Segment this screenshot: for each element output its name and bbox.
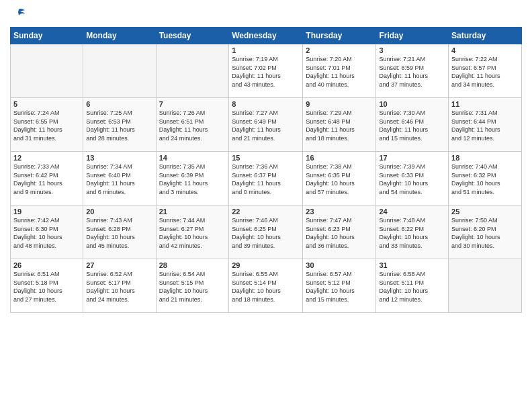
day-number: 7 (159, 100, 226, 108)
calendar-cell: 9Sunrise: 7:29 AM Sunset: 6:48 PM Daylig… (303, 98, 376, 152)
day-info: Sunrise: 7:24 AM Sunset: 6:55 PM Dayligh… (13, 109, 80, 142)
day-info: Sunrise: 7:29 AM Sunset: 6:48 PM Dayligh… (306, 109, 373, 142)
calendar-cell (11, 44, 83, 98)
day-number: 3 (379, 46, 445, 54)
day-info: Sunrise: 7:21 AM Sunset: 6:59 PM Dayligh… (379, 55, 445, 89)
day-number: 14 (159, 154, 226, 162)
day-info: Sunrise: 7:27 AM Sunset: 6:49 PM Dayligh… (232, 109, 300, 142)
day-info: Sunrise: 7:42 AM Sunset: 6:30 PM Dayligh… (13, 216, 80, 250)
weekday-header: Saturday (449, 28, 522, 44)
calendar-cell: 6Sunrise: 7:25 AM Sunset: 6:53 PM Daylig… (83, 98, 156, 152)
day-number: 4 (451, 46, 519, 54)
calendar-cell: 23Sunrise: 7:47 AM Sunset: 6:23 PM Dayli… (303, 205, 376, 259)
day-number: 9 (306, 100, 373, 108)
day-info: Sunrise: 7:38 AM Sunset: 6:35 PM Dayligh… (306, 163, 373, 196)
day-number: 31 (379, 261, 445, 269)
day-number: 21 (159, 208, 226, 216)
calendar-week-row: 5Sunrise: 7:24 AM Sunset: 6:55 PM Daylig… (11, 98, 522, 152)
day-number: 16 (306, 154, 373, 162)
calendar-cell: 10Sunrise: 7:30 AM Sunset: 6:46 PM Dayli… (376, 98, 449, 152)
day-number: 2 (306, 46, 373, 54)
day-number: 25 (451, 208, 519, 216)
day-info: Sunrise: 7:26 AM Sunset: 6:51 PM Dayligh… (159, 109, 226, 142)
day-number: 6 (86, 100, 152, 108)
day-info: Sunrise: 7:47 AM Sunset: 6:23 PM Dayligh… (306, 216, 373, 250)
day-info: Sunrise: 6:55 AM Sunset: 5:14 PM Dayligh… (232, 270, 300, 304)
day-number: 1 (232, 46, 300, 54)
calendar-cell: 18Sunrise: 7:40 AM Sunset: 6:32 PM Dayli… (449, 152, 522, 205)
day-number: 20 (86, 208, 152, 216)
calendar-cell: 25Sunrise: 7:50 AM Sunset: 6:20 PM Dayli… (449, 205, 522, 259)
weekday-header: Wednesday (229, 28, 303, 44)
calendar-cell: 17Sunrise: 7:39 AM Sunset: 6:33 PM Dayli… (376, 152, 449, 205)
calendar-cell: 24Sunrise: 7:48 AM Sunset: 6:22 PM Dayli… (376, 205, 449, 259)
calendar-cell: 28Sunrise: 6:54 AM Sunset: 5:15 PM Dayli… (156, 259, 229, 313)
day-number: 15 (232, 154, 300, 162)
calendar-week-row: 12Sunrise: 7:33 AM Sunset: 6:42 PM Dayli… (11, 152, 522, 205)
weekday-header: Monday (83, 28, 156, 44)
calendar-header-row: SundayMondayTuesdayWednesdayThursdayFrid… (11, 28, 522, 44)
day-info: Sunrise: 7:48 AM Sunset: 6:22 PM Dayligh… (379, 216, 445, 250)
day-number: 12 (13, 154, 80, 162)
day-info: Sunrise: 6:58 AM Sunset: 5:11 PM Dayligh… (379, 270, 445, 304)
day-info: Sunrise: 7:46 AM Sunset: 6:25 PM Dayligh… (232, 216, 300, 250)
day-info: Sunrise: 6:54 AM Sunset: 5:15 PM Dayligh… (159, 270, 226, 304)
calendar-cell: 31Sunrise: 6:58 AM Sunset: 5:11 PM Dayli… (376, 259, 449, 313)
day-info: Sunrise: 7:40 AM Sunset: 6:32 PM Dayligh… (451, 163, 519, 196)
calendar-cell: 22Sunrise: 7:46 AM Sunset: 6:25 PM Dayli… (229, 205, 303, 259)
calendar-cell: 21Sunrise: 7:44 AM Sunset: 6:27 PM Dayli… (156, 205, 229, 259)
day-info: Sunrise: 7:22 AM Sunset: 6:57 PM Dayligh… (451, 55, 519, 89)
weekday-header: Thursday (303, 28, 376, 44)
day-info: Sunrise: 7:34 AM Sunset: 6:40 PM Dayligh… (86, 163, 152, 196)
calendar-cell: 2Sunrise: 7:20 AM Sunset: 7:01 PM Daylig… (303, 44, 376, 98)
day-info: Sunrise: 7:20 AM Sunset: 7:01 PM Dayligh… (306, 55, 373, 89)
day-number: 19 (13, 208, 80, 216)
calendar-cell: 29Sunrise: 6:55 AM Sunset: 5:14 PM Dayli… (229, 259, 303, 313)
day-number: 27 (86, 261, 152, 269)
day-number: 8 (232, 100, 300, 108)
day-number: 13 (86, 154, 152, 162)
calendar-cell: 12Sunrise: 7:33 AM Sunset: 6:42 PM Dayli… (11, 152, 83, 205)
logo (10, 7, 26, 21)
day-info: Sunrise: 6:57 AM Sunset: 5:12 PM Dayligh… (306, 270, 373, 304)
calendar-week-row: 19Sunrise: 7:42 AM Sunset: 6:30 PM Dayli… (11, 205, 522, 259)
weekday-header: Tuesday (156, 28, 229, 44)
day-info: Sunrise: 7:31 AM Sunset: 6:44 PM Dayligh… (451, 109, 519, 142)
calendar-cell: 27Sunrise: 6:52 AM Sunset: 5:17 PM Dayli… (83, 259, 156, 313)
calendar-cell (449, 259, 522, 313)
weekday-header: Sunday (11, 28, 83, 44)
day-info: Sunrise: 7:33 AM Sunset: 6:42 PM Dayligh… (13, 163, 80, 196)
calendar-cell: 3Sunrise: 7:21 AM Sunset: 6:59 PM Daylig… (376, 44, 449, 98)
day-number: 29 (232, 261, 300, 269)
calendar-cell: 16Sunrise: 7:38 AM Sunset: 6:35 PM Dayli… (303, 152, 376, 205)
calendar-table: SundayMondayTuesdayWednesdayThursdayFrid… (10, 27, 522, 313)
day-info: Sunrise: 6:51 AM Sunset: 5:18 PM Dayligh… (13, 270, 80, 304)
calendar-cell: 13Sunrise: 7:34 AM Sunset: 6:40 PM Dayli… (83, 152, 156, 205)
day-number: 10 (379, 100, 445, 108)
day-info: Sunrise: 7:39 AM Sunset: 6:33 PM Dayligh… (379, 163, 445, 196)
day-info: Sunrise: 7:36 AM Sunset: 6:37 PM Dayligh… (232, 163, 300, 196)
day-number: 30 (306, 261, 373, 269)
calendar-cell: 20Sunrise: 7:43 AM Sunset: 6:28 PM Dayli… (83, 205, 156, 259)
day-number: 24 (379, 208, 445, 216)
calendar-cell: 15Sunrise: 7:36 AM Sunset: 6:37 PM Dayli… (229, 152, 303, 205)
day-number: 28 (159, 261, 226, 269)
page-header (10, 7, 522, 21)
calendar-cell: 1Sunrise: 7:19 AM Sunset: 7:02 PM Daylig… (229, 44, 303, 98)
day-number: 11 (451, 100, 519, 108)
day-number: 5 (13, 100, 80, 108)
day-info: Sunrise: 7:43 AM Sunset: 6:28 PM Dayligh… (86, 216, 152, 250)
calendar-cell: 14Sunrise: 7:35 AM Sunset: 6:39 PM Dayli… (156, 152, 229, 205)
calendar-cell: 7Sunrise: 7:26 AM Sunset: 6:51 PM Daylig… (156, 98, 229, 152)
day-info: Sunrise: 7:50 AM Sunset: 6:20 PM Dayligh… (451, 216, 519, 250)
weekday-header: Friday (376, 28, 449, 44)
calendar-cell (83, 44, 156, 98)
calendar-cell: 8Sunrise: 7:27 AM Sunset: 6:49 PM Daylig… (229, 98, 303, 152)
day-number: 17 (379, 154, 445, 162)
calendar-cell: 11Sunrise: 7:31 AM Sunset: 6:44 PM Dayli… (449, 98, 522, 152)
calendar-cell (156, 44, 229, 98)
day-info: Sunrise: 7:19 AM Sunset: 7:02 PM Dayligh… (232, 55, 300, 89)
day-info: Sunrise: 7:44 AM Sunset: 6:27 PM Dayligh… (159, 216, 226, 250)
calendar-cell: 26Sunrise: 6:51 AM Sunset: 5:18 PM Dayli… (11, 259, 83, 313)
day-number: 18 (451, 154, 519, 162)
